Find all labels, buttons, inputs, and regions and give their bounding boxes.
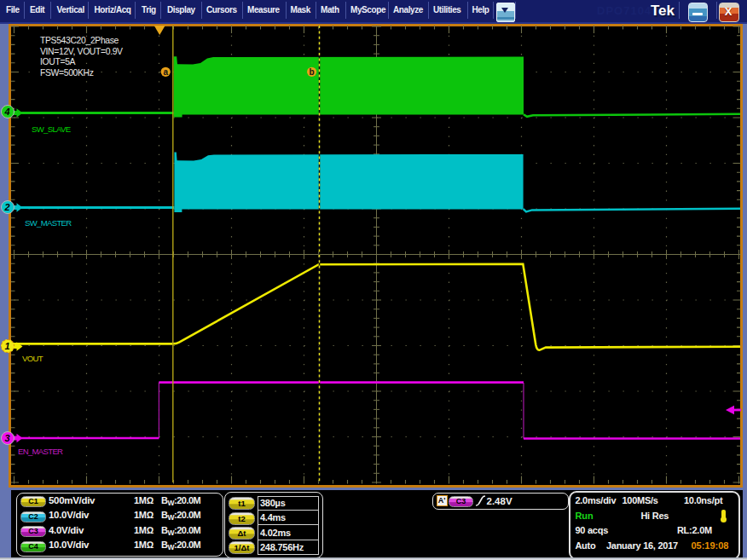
- svg-text:TPS543C20_2Phase: TPS543C20_2Phase: [40, 36, 119, 45]
- svg-text:VIN=12V, VOUT=0.9V: VIN=12V, VOUT=0.9V: [40, 47, 123, 56]
- svg-text:SW_SLAVE: SW_SLAVE: [32, 124, 71, 134]
- svg-text:EN_MASTER: EN_MASTER: [18, 447, 63, 456]
- svg-text:FSW=500KHz: FSW=500KHz: [40, 68, 94, 78]
- svg-text:IOUT=5A: IOUT=5A: [40, 57, 76, 66]
- svg-text:b: b: [310, 67, 315, 77]
- svg-text:SW_MASTER: SW_MASTER: [25, 218, 72, 228]
- svg-text:a: a: [163, 67, 168, 77]
- svg-text:VOUT: VOUT: [22, 354, 43, 363]
